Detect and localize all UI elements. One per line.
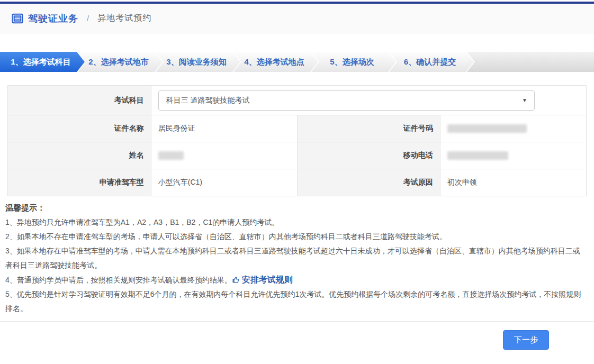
tip-item-1: 1、异地预约只允许申请准驾车型为A1，A2，A3，B1，B2，C1的申请人预约考… [5,215,587,230]
warm-tips-heading: 温馨提示： [5,203,587,213]
mobile-phone-label: 移动电话 [297,142,440,169]
license-list-icon [12,13,23,24]
cert-name-label: 证件名称 [8,115,151,142]
step-tab-4-select-site[interactable]: 4、选择考试地点 [233,52,318,72]
tip-item-2: 2、如果本地不存在申请准驾车型的考场，申请人可以选择省（自治区、直辖市）内其他考… [5,230,587,244]
tip-item-3: 3、如果本地存在申请准驾车型的考场，申请人需在本地预约科目二或者科目三道路驾驶技… [5,244,587,272]
breadcrumb-separator: / [87,14,89,23]
step-tab-1-select-subject[interactable]: 1、选择考试科目 [0,52,85,72]
footer-action-bar: 下一步 [0,321,594,350]
step-tab-5-select-session[interactable]: 5、选择场次 [311,52,396,72]
exam-subject-selected-value: 科目三 道路驾驶技能考试 [166,96,250,105]
exam-reason-label: 考试原因 [297,169,440,196]
cert-name-value: 居民身份证 [151,115,297,142]
name-redacted-value [158,151,184,160]
mobile-phone-redacted-value [447,151,508,160]
next-step-button[interactable]: 下一步 [503,330,549,350]
vehicle-type-label: 申请准驾车型 [8,169,151,196]
breadcrumb: 驾驶证业务 / 异地考试预约 [0,4,594,33]
warm-tips-section: 温馨提示： 1、异地预约只允许申请准驾车型为A1，A2，A3，B1，B2，C1的… [5,203,587,316]
thumbs-up-icon [232,276,240,284]
wizard-step-bar: 1、选择考试科目 2、选择考试地市 3、阅读业务须知 4、选择考试地点 5、选择… [0,52,594,72]
vehicle-type-value: 小型汽车(C1) [151,169,297,196]
exam-rules-link-label: 安排考试规则 [242,272,293,287]
tip-item-4: 4、普通预约学员申请后，按照相关规则安排考试确认最终预约结果。安排考试规则 [5,272,587,287]
applicant-info-table: 考试科目 科目三 道路驾驶技能考试 ▼ 证件名称 居民身份证 证件号码 姓名 移… [7,85,587,196]
step-tab-6-confirm-submit[interactable]: 6、确认并提交 [389,52,474,72]
exam-rules-link[interactable]: 安排考试规则 [232,272,293,287]
step-tab-3-read-notice[interactable]: 3、阅读业务须知 [156,52,240,72]
name-label: 姓名 [8,142,151,169]
tip-item-5: 5、优先预约是针对学习驾驶证明有效期不足6个月的，在有效期内每个科目允许优先预约… [5,287,587,316]
step-bar-filler [467,52,594,72]
current-page-title: 异地考试预约 [97,13,151,24]
exam-subject-select[interactable]: 科目三 道路驾驶技能考试 ▼ [158,90,535,111]
step-tab-2-select-city[interactable]: 2、选择考试地市 [78,52,163,72]
dropdown-arrow-icon: ▼ [522,97,527,103]
tip-item-4-text: 4、普通预约学员申请后，按照相关规则安排考试确认最终预约结果。 [5,276,232,284]
exam-reason-value: 初次申领 [440,169,586,196]
cert-number-label: 证件号码 [297,115,440,142]
service-category-link[interactable]: 驾驶证业务 [28,12,78,25]
cert-number-redacted-value [447,124,527,133]
exam-subject-label: 考试科目 [8,86,151,115]
